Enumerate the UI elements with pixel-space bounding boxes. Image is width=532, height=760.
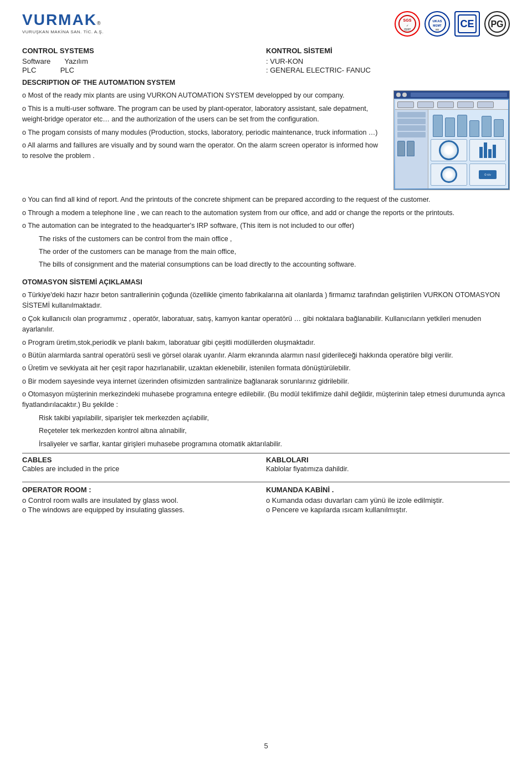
operator-p2-row: o The windows are equipped by insulating…: [22, 506, 510, 514]
silo1: [397, 141, 405, 156]
cables-desc-row: Cables are included in the price Kablola…: [22, 465, 510, 476]
ss-gauge1: [439, 140, 459, 160]
text-block: o Most of the ready mix plants are using…: [22, 90, 385, 190]
operator-left-p1: o Control room walls are insulated by gl…: [22, 496, 266, 504]
sgs-cert: SGS ✓ CERT: [395, 11, 420, 37]
page-number: 5: [264, 742, 268, 750]
plc-right: : GENERAL ELECTRIC- FANUC: [266, 66, 510, 74]
section-title-right: KONTROL SİSTEMİ: [266, 47, 510, 55]
operator-heading-row: OPERATOR ROOM : KUMANDA KABİNİ .: [22, 486, 510, 494]
silo-icons: [397, 141, 426, 156]
oto-p4: o Bütün alarmlarda santral operatörü ses…: [22, 350, 510, 361]
svg-text:003: 003: [436, 28, 439, 31]
cables-left-heading: CABLES: [22, 456, 266, 464]
svg-text:PG: PG: [490, 19, 503, 29]
main-content-area: o Most of the ready mix plants are using…: [22, 90, 510, 190]
screenshot-sidebar: [395, 110, 428, 188]
cables-right-heading: KABLOLARI: [266, 456, 510, 464]
screenshot-toolbar: [395, 100, 508, 110]
ss-widget3: [431, 164, 467, 186]
ss-bar1: [479, 147, 483, 158]
oto-p2: o Çok kullanıcılı olan programımız , ope…: [22, 314, 510, 335]
oto-p7: o Otomasyon müşterinin merkezindeki muha…: [22, 389, 510, 411]
software-screenshot: 0 t/v: [393, 90, 510, 190]
screenshot-titlebar: [394, 91, 509, 99]
ss-sidebar-item1: [397, 112, 426, 118]
oto-p6: o Bir modem sayesinde veya internet üzer…: [22, 376, 510, 387]
ce-cert: CE: [454, 11, 480, 37]
para7: o The automation can be integrated to th…: [22, 221, 510, 231]
cables-heading-row: CABLES KABLOLARI: [22, 453, 510, 464]
para4: o All alarms and faillures are visually …: [22, 140, 385, 162]
ukas-cert: UKAS MGMT 003: [424, 11, 450, 37]
ss-widget4: 0 t/v: [469, 164, 506, 186]
toolbar-btn1: [397, 101, 414, 108]
svg-text:✓: ✓: [406, 24, 408, 27]
registered-mark: ®: [97, 21, 101, 26]
para6: o Through a modem a telephone line , we …: [22, 208, 510, 218]
plc-label: PLC PLC: [22, 66, 74, 74]
ss-bar3: [488, 149, 492, 158]
para3: o The progam consists of many modules (P…: [22, 127, 385, 138]
company-name: VURMAK: [22, 11, 97, 29]
cables-right-desc: Kablolar fiyatımıza dahildir.: [266, 465, 510, 473]
silo-top2: [445, 118, 455, 137]
screenshot-body: 0 t/v: [395, 110, 508, 188]
titlebar-dot2: [402, 93, 407, 97]
oto-p1: o Türkiye'deki hazır hazır beton santral…: [22, 290, 510, 312]
para7c: The bills of consignment and the materia…: [22, 259, 510, 270]
page: VURMAK ® VURUŞKAN MAKİNA SAN. TİC. A.Ş. …: [0, 0, 532, 760]
silo-top6: [494, 119, 504, 137]
header: VURMAK ® VURUŞKAN MAKİNA SAN. TİC. A.Ş. …: [22, 11, 510, 37]
para7a: The risks of the customers can be contro…: [22, 234, 510, 244]
svg-text:UKAS: UKAS: [432, 19, 442, 23]
silo2: [407, 141, 415, 156]
screenshot-inner: 0 t/v: [395, 100, 508, 188]
para5: o You can find all kind of report. And t…: [22, 195, 510, 205]
otomasyon-title: OTOMASYON SİSTEMİ AÇIKLAMASI: [22, 277, 510, 288]
toolbar-btn2: [417, 101, 434, 108]
operator-left-heading: OPERATOR ROOM :: [22, 486, 266, 494]
toolbar-btn3: [437, 101, 454, 108]
oto-p7a: Risk takibi yapılabilir, siparişler tek …: [22, 413, 510, 424]
silo-top1: [433, 115, 443, 137]
toolbar-btn5: [477, 101, 494, 108]
ss-widget1: [431, 139, 467, 161]
section-title-row: CONTROL SYSTEMS KONTROL SİSTEMİ: [22, 47, 510, 55]
toolbar-btn4: [457, 101, 474, 108]
svg-text:SGS: SGS: [403, 18, 412, 22]
svg-text:MGMT: MGMT: [433, 24, 441, 27]
operator-p1-row: o Control room walls are insulated by gl…: [22, 496, 510, 504]
ss-display: 0 t/v: [479, 170, 497, 179]
silo-top4: [469, 120, 479, 137]
oto-p7b: Reçeteler tek merkezden kontrol altına a…: [22, 426, 510, 436]
operator-left-p2: o The windows are equipped by insulating…: [22, 506, 266, 514]
ss-bar4: [493, 145, 496, 158]
software-label: Software Yazılım: [22, 57, 88, 65]
cables-section: CABLES KABLOLARI Cables are included in …: [22, 453, 510, 476]
ss-sidebar-item2: [397, 119, 426, 124]
ss-sidebar-item3: [397, 125, 426, 131]
plc-value: : GENERAL ELECTRIC- FANUC: [266, 66, 371, 74]
otomasyon-section: OTOMASYON SİSTEMİ AÇIKLAMASI o Türkiye'd…: [22, 277, 510, 450]
oto-p5: o Üretim ve sevkiyata ait her çeşit rapo…: [22, 363, 510, 374]
top-silos-row: [431, 112, 506, 137]
software-left: Software Yazılım: [22, 57, 266, 65]
software-value: : VUR-KON: [266, 57, 303, 65]
svg-text:CE: CE: [460, 18, 474, 29]
plc-row: PLC PLC : GENERAL ELECTRIC- FANUC: [22, 66, 510, 74]
ss-sidebar-item4: [397, 132, 426, 137]
screenshot-main-area: 0 t/v: [428, 110, 508, 188]
operator-right-p2: o Pencere ve kapılarda ısıcam kullanılmı…: [266, 506, 510, 514]
para1: o Most of the ready mix plants are using…: [22, 90, 385, 101]
operator-section: OPERATOR ROOM : KUMANDA KABİNİ . o Contr…: [22, 482, 510, 514]
section-title-left: CONTROL SYSTEMS: [22, 47, 266, 55]
certifications: SGS ✓ CERT UKAS MGMT 003 CE: [395, 11, 510, 37]
operator-right-p1: o Kumanda odası duvarları cam yünü ile i…: [266, 496, 510, 504]
logo-area: VURMAK ® VURUŞKAN MAKİNA SAN. TİC. A.Ş.: [22, 11, 104, 34]
oto-p3: o Program üretim,stok,periodik ve planlı…: [22, 338, 510, 348]
software-row: Software Yazılım : VUR-KON: [22, 57, 510, 65]
para7b: The order of the customers can be manage…: [22, 247, 510, 257]
ss-bar2: [484, 142, 487, 158]
software-right: : VUR-KON: [266, 57, 510, 65]
